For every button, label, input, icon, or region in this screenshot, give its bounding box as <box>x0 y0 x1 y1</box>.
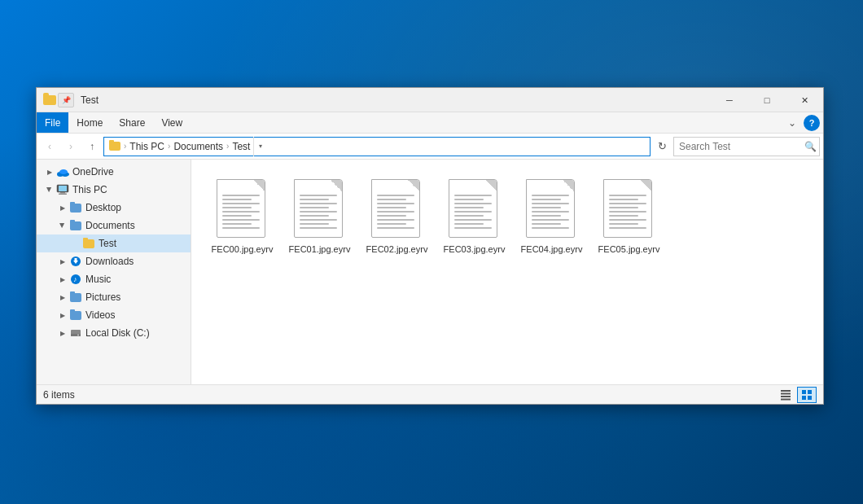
onedrive-icon <box>56 165 69 178</box>
search-icon[interactable]: 🔍 <box>804 141 817 152</box>
menu-file[interactable]: File <box>37 112 68 133</box>
maximize-button[interactable]: □ <box>748 88 786 112</box>
sidebar-item-pictures[interactable]: ▶ Pictures <box>37 288 191 306</box>
downloads-icon <box>69 255 82 268</box>
menu-home[interactable]: Home <box>68 112 111 133</box>
svg-rect-22 <box>808 396 812 400</box>
view-buttons <box>776 387 817 403</box>
sidebar: ▶ OneDrive ▶ <box>37 160 191 384</box>
menu-bar-right: ⌄ ? <box>782 113 823 133</box>
sidebar-this-pc-label: This PC <box>72 184 107 195</box>
svg-rect-15 <box>781 390 791 392</box>
file-item[interactable]: FEC05.jpg.eyrv <box>594 176 664 258</box>
items-count: 6 items <box>43 389 75 401</box>
sidebar-item-local-disk[interactable]: ▶ Local Disk (C:) <box>37 324 191 342</box>
address-dropdown-btn[interactable]: ▾ <box>253 137 266 156</box>
desktop-icon <box>69 201 82 214</box>
address-bar: ‹ › ↑ › This PC › Documents › Test ▾ ↻ 🔍 <box>37 134 823 160</box>
file-item[interactable]: FEC01.jpg.eyrv <box>285 176 354 258</box>
sidebar-test-label: Test <box>99 238 116 249</box>
search-input[interactable] <box>679 141 801 152</box>
documents-icon <box>69 219 82 232</box>
svg-rect-13 <box>71 334 81 336</box>
documents-expand-arrow: ▶ <box>56 219 69 232</box>
sidebar-item-desktop[interactable]: ▶ Desktop <box>37 199 191 217</box>
sidebar-desktop-label: Desktop <box>85 202 121 213</box>
path-separator-2: › <box>168 142 170 151</box>
close-button[interactable]: ✕ <box>786 88 823 112</box>
minimize-button[interactable]: ─ <box>711 88 748 112</box>
back-button[interactable]: ‹ <box>40 137 59 156</box>
title-icons: 📌 <box>43 93 74 107</box>
file-name: FEC01.jpg.eyrv <box>289 243 351 255</box>
file-name: FEC00.jpg.eyrv <box>212 243 274 255</box>
window-folder-icon <box>43 95 56 105</box>
sidebar-documents-label: Documents <box>85 220 135 231</box>
files-grid: FEC00.jpg.eyrvFEC01.jpg.eyrvFEC02.jpg.ey… <box>199 168 815 266</box>
svg-rect-20 <box>808 390 812 394</box>
music-expand-arrow: ▶ <box>56 273 69 286</box>
menu-expand-btn[interactable]: ⌄ <box>782 113 802 133</box>
large-icons-view-btn[interactable] <box>797 387 817 403</box>
this-pc-expand-arrow: ▶ <box>43 183 56 196</box>
local-disk-expand-arrow: ▶ <box>56 327 69 340</box>
content-area[interactable]: FEC00.jpg.eyrvFEC01.jpg.eyrvFEC02.jpg.ey… <box>191 160 823 384</box>
file-icon <box>294 179 346 240</box>
svg-point-14 <box>77 335 79 336</box>
up-button[interactable]: ↑ <box>82 137 102 156</box>
path-folder-icon <box>109 142 120 151</box>
svg-rect-6 <box>59 194 67 195</box>
sidebar-item-this-pc[interactable]: ▶ This PC <box>37 181 191 199</box>
doc-icon <box>526 179 575 238</box>
sidebar-pictures-label: Pictures <box>85 291 120 303</box>
window-title: Test <box>81 94 99 106</box>
refresh-button[interactable]: ↻ <box>652 137 672 156</box>
forward-button[interactable]: › <box>61 137 81 156</box>
test-folder-icon <box>82 237 95 250</box>
path-documents[interactable]: Documents <box>173 141 223 152</box>
sidebar-item-documents[interactable]: ▶ Documents <box>37 217 191 234</box>
local-disk-icon <box>69 327 82 340</box>
file-name: FEC04.jpg.eyrv <box>521 243 583 255</box>
sidebar-music-label: Music <box>85 274 111 285</box>
search-box[interactable]: 🔍 <box>673 137 820 156</box>
file-icon <box>603 179 655 240</box>
doc-icon <box>371 179 420 238</box>
sidebar-scroll[interactable]: ▶ OneDrive ▶ <box>37 160 191 384</box>
sidebar-item-downloads[interactable]: ▶ Downloads <box>37 252 191 270</box>
sidebar-item-music[interactable]: ▶ ♪ Music <box>37 270 191 288</box>
this-pc-icon <box>56 183 69 196</box>
file-name: FEC02.jpg.eyrv <box>366 243 428 255</box>
file-icon <box>526 179 578 240</box>
menu-bar: File Home Share View ⌄ ? <box>37 112 823 134</box>
file-item[interactable]: FEC02.jpg.eyrv <box>362 176 432 258</box>
address-path[interactable]: › This PC › Documents › Test ▾ <box>103 137 651 156</box>
help-button[interactable]: ? <box>804 115 820 131</box>
svg-rect-9 <box>75 258 77 261</box>
sidebar-item-test[interactable]: Test <box>37 234 191 252</box>
file-item[interactable]: FEC03.jpg.eyrv <box>440 176 509 258</box>
svg-rect-16 <box>781 392 791 394</box>
sidebar-onedrive-label: OneDrive <box>72 166 114 177</box>
path-separator-3: › <box>226 142 229 151</box>
svg-rect-17 <box>781 396 791 397</box>
videos-icon <box>69 309 82 322</box>
svg-point-2 <box>59 169 68 174</box>
file-item[interactable]: FEC00.jpg.eyrv <box>208 176 277 258</box>
downloads-expand-arrow: ▶ <box>56 255 69 268</box>
doc-icon <box>449 179 497 238</box>
sidebar-item-onedrive[interactable]: ▶ OneDrive <box>37 163 191 181</box>
music-icon: ♪ <box>69 273 82 286</box>
details-view-btn[interactable] <box>776 387 795 403</box>
quick-access-pin-btn[interactable]: 📌 <box>58 93 74 107</box>
file-item[interactable]: FEC04.jpg.eyrv <box>517 176 586 258</box>
path-test[interactable]: Test <box>232 141 250 152</box>
status-bar: 6 items <box>37 384 823 404</box>
menu-share[interactable]: Share <box>111 112 153 133</box>
sidebar-item-videos[interactable]: ▶ Videos <box>37 306 191 324</box>
svg-rect-5 <box>60 192 65 194</box>
path-this-pc[interactable]: This PC <box>129 141 164 152</box>
menu-view[interactable]: View <box>153 112 191 133</box>
pictures-expand-arrow: ▶ <box>56 291 69 304</box>
sidebar-videos-label: Videos <box>85 309 115 321</box>
